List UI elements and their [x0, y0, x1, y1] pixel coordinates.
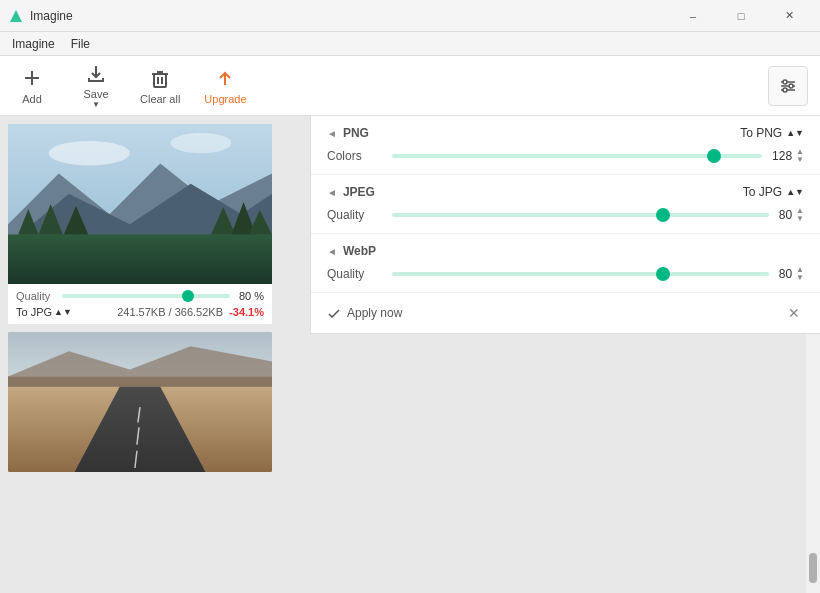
menu-item-imagine[interactable]: Imagine [4, 35, 63, 53]
size-diff: -34.1% [229, 306, 264, 318]
title-bar-left: Imagine [8, 8, 73, 24]
svg-point-12 [783, 88, 787, 92]
png-label: ◄ PNG [327, 126, 369, 140]
png-format-label: To PNG [740, 126, 782, 140]
app-icon [8, 8, 24, 24]
svg-point-11 [789, 84, 793, 88]
save-chevron: ▼ [92, 100, 100, 109]
webp-quality-spin[interactable]: ▲ ▼ [796, 266, 804, 282]
jpeg-quality-value: 80 [779, 208, 792, 222]
png-colors-spin[interactable]: ▲ ▼ [796, 148, 804, 164]
apply-now-button[interactable]: Apply now [327, 306, 402, 320]
webp-quality-value-box: 80 ▲ ▼ [779, 266, 804, 282]
title-bar: Imagine – □ ✕ [0, 0, 820, 32]
upgrade-button[interactable]: Upgrade [204, 67, 246, 105]
image-card-info-mountain: Quality 80 % To JPG ▲▼ 241.57KB / 366.52… [8, 284, 272, 324]
jpeg-section: ◄ JPEG To JPG ▲▼ Quality 80 ▲ ▼ [311, 175, 820, 234]
png-collapse-icon[interactable]: ◄ [327, 128, 337, 139]
format-select[interactable]: To JPG ▲▼ [16, 306, 72, 318]
png-colors-down[interactable]: ▼ [796, 156, 804, 164]
jpeg-section-header: ◄ JPEG To JPG ▲▼ [327, 185, 804, 199]
save-label: Save [83, 88, 108, 100]
quality-row: Quality 80 % [16, 290, 264, 302]
image-panel: Quality 80 % To JPG ▲▼ 241.57KB / 366.52… [0, 116, 280, 593]
upgrade-label: Upgrade [204, 93, 246, 105]
quality-slider-thumb[interactable] [182, 290, 194, 302]
jpeg-format-select[interactable]: To JPG ▲▼ [743, 185, 804, 199]
jpeg-collapse-icon[interactable]: ◄ [327, 187, 337, 198]
settings-panel: ◄ PNG To PNG ▲▼ Colors 128 ▲ ▼ [310, 116, 820, 334]
webp-label-text: WebP [343, 244, 376, 258]
maximize-button[interactable]: □ [718, 0, 764, 32]
settings-toggle-button[interactable] [768, 66, 808, 106]
quality-value: 80 % [236, 290, 264, 302]
webp-quality-row: Quality 80 ▲ ▼ [327, 266, 804, 282]
png-colors-row: Colors 128 ▲ ▼ [327, 148, 804, 164]
svg-rect-3 [154, 74, 166, 87]
quality-slider[interactable] [62, 294, 230, 298]
main-area: Quality 80 % To JPG ▲▼ 241.57KB / 366.52… [0, 116, 820, 593]
webp-section-header: ◄ WebP [327, 244, 804, 258]
add-label: Add [22, 93, 42, 105]
menu-bar: Imagine File [0, 32, 820, 56]
png-label-text: PNG [343, 126, 369, 140]
webp-quality-value: 80 [779, 267, 792, 281]
png-colors-slider[interactable] [392, 154, 762, 158]
format-row: To JPG ▲▼ 241.57KB / 366.52KB -34.1% [16, 306, 264, 318]
road-image [8, 332, 272, 472]
png-colors-value: 128 [772, 149, 792, 163]
jpeg-label: ◄ JPEG [327, 185, 375, 199]
mountain-image [8, 124, 272, 284]
close-button[interactable]: ✕ [766, 0, 812, 32]
png-section-header: ◄ PNG To PNG ▲▼ [327, 126, 804, 140]
clear-all-button[interactable]: Clear all [140, 67, 180, 105]
minimize-button[interactable]: – [670, 0, 716, 32]
file-sizes: 241.57KB / 366.52KB [117, 306, 223, 318]
webp-quality-down[interactable]: ▼ [796, 274, 804, 282]
png-section: ◄ PNG To PNG ▲▼ Colors 128 ▲ ▼ [311, 116, 820, 175]
jpeg-quality-slider[interactable] [392, 213, 769, 217]
png-colors-value-box: 128 ▲ ▼ [772, 148, 804, 164]
clear-all-label: Clear all [140, 93, 180, 105]
format-label: To JPG [16, 306, 52, 318]
jpeg-quality-down[interactable]: ▼ [796, 215, 804, 223]
jpeg-quality-spin[interactable]: ▲ ▼ [796, 207, 804, 223]
add-button[interactable]: Add [12, 67, 52, 105]
apply-now-label: Apply now [347, 306, 402, 320]
png-format-select[interactable]: To PNG ▲▼ [740, 126, 804, 140]
jpeg-quality-row: Quality 80 ▲ ▼ [327, 207, 804, 223]
image-card-road: ✕ [8, 332, 272, 472]
jpeg-label-text: JPEG [343, 185, 375, 199]
png-colors-label: Colors [327, 149, 382, 163]
svg-point-15 [170, 133, 231, 153]
svg-marker-0 [10, 10, 22, 22]
file-info: 241.57KB / 366.52KB -34.1% [117, 306, 264, 318]
jpeg-quality-value-box: 80 ▲ ▼ [779, 207, 804, 223]
format-arrow: ▲▼ [54, 307, 72, 317]
svg-point-14 [49, 141, 130, 165]
jpeg-format-label: To JPG [743, 185, 782, 199]
webp-collapse-icon[interactable]: ◄ [327, 246, 337, 257]
save-button[interactable]: Save ▼ [76, 62, 116, 109]
jpeg-quality-label: Quality [327, 208, 382, 222]
webp-quality-thumb[interactable] [656, 267, 670, 281]
webp-quality-label: Quality [327, 267, 382, 281]
quality-label: Quality [16, 290, 56, 302]
png-format-arrows: ▲▼ [786, 128, 804, 138]
close-panel-button[interactable]: ✕ [784, 303, 804, 323]
title-bar-controls: – □ ✕ [670, 0, 812, 32]
svg-point-10 [783, 80, 787, 84]
jpeg-quality-thumb[interactable] [656, 208, 670, 222]
toolbar: Add Save ▼ Clear all Upgrade [0, 56, 820, 116]
jpeg-format-arrows: ▲▼ [786, 187, 804, 197]
webp-quality-slider[interactable] [392, 272, 769, 276]
scrollbar-thumb[interactable] [809, 553, 817, 583]
webp-label: ◄ WebP [327, 244, 376, 258]
image-card-mountain: Quality 80 % To JPG ▲▼ 241.57KB / 366.52… [8, 124, 272, 324]
svg-rect-18 [8, 234, 272, 284]
webp-section: ◄ WebP Quality 80 ▲ ▼ [311, 234, 820, 293]
png-colors-thumb[interactable] [707, 149, 721, 163]
app-title: Imagine [30, 9, 73, 23]
menu-item-file[interactable]: File [63, 35, 98, 53]
apply-row: Apply now ✕ [311, 293, 820, 333]
